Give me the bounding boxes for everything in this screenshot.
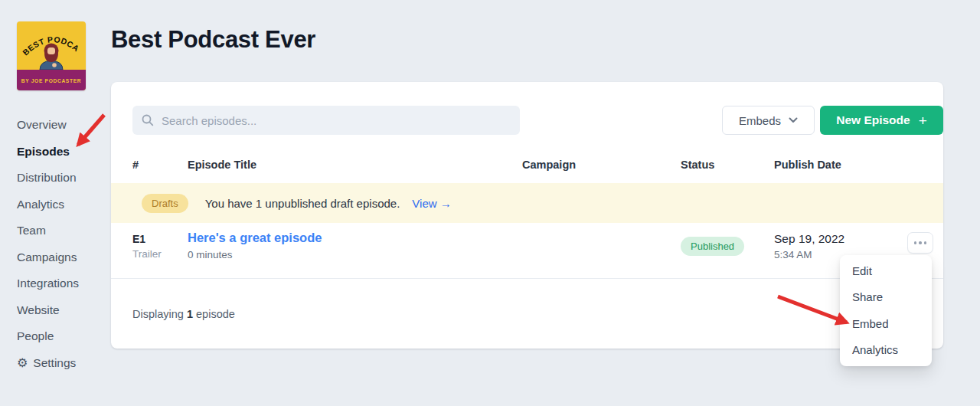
podcast-cover-art[interactable]: BEST PODCAST BY JOE PODCASTER [17, 21, 86, 90]
sidebar-item-episodes[interactable]: Episodes [17, 139, 109, 165]
episode-number-cell: E1 Trailer [132, 233, 162, 260]
publish-date-cell: Sep 19, 2022 5:34 AM [774, 232, 844, 260]
footer-prefix: Displaying [132, 308, 184, 320]
table-header: # Episode Title Campaign Status Publish … [111, 159, 943, 174]
column-campaign: Campaign [522, 159, 576, 171]
episode-title-link[interactable]: Here's a great episode [188, 231, 322, 245]
menu-item-embed[interactable]: Embed [840, 310, 932, 337]
episode-type: Trailer [132, 248, 162, 260]
sidebar-item-settings-label: Settings [33, 356, 76, 370]
publish-time: 5:34 AM [774, 249, 844, 260]
column-episode-title: Episode Title [188, 159, 256, 171]
drafts-banner: Drafts You have 1 unpublished draft epis… [111, 183, 943, 223]
gear-icon: ⚙ [17, 357, 28, 369]
sidebar-item-analytics[interactable]: Analytics [17, 192, 109, 218]
sidebar-item-website[interactable]: Website [17, 297, 109, 324]
new-episode-button[interactable]: New Episode + [820, 106, 943, 135]
sidebar-item-team[interactable]: Team [17, 218, 109, 244]
status-badge: Published [681, 237, 744, 256]
episodes-card: Embeds New Episode + # Episode Title Cam… [111, 82, 943, 349]
episode-actions-menu: Edit Share Embed Analytics [840, 255, 932, 366]
column-status: Status [681, 159, 714, 171]
search-input[interactable] [162, 114, 511, 127]
column-publish-date: Publish Date [774, 159, 841, 171]
footer-count: 1 [187, 308, 193, 320]
column-number: # [132, 159, 139, 171]
sidebar-item-integrations[interactable]: Integrations [17, 270, 109, 297]
row-divider [111, 278, 943, 279]
footer-suffix: episode [196, 308, 235, 320]
search-field[interactable] [132, 106, 520, 135]
logo-band-text: BY JOE PODCASTER [21, 78, 82, 83]
episode-actions-button[interactable] [907, 232, 933, 254]
drafts-view-link[interactable]: View → [412, 197, 451, 210]
drafts-badge: Drafts [142, 194, 188, 213]
sidebar-item-settings[interactable]: ⚙ Settings [17, 350, 109, 377]
sidebar-item-overview[interactable]: Overview [17, 112, 109, 139]
chevron-down-icon [789, 117, 798, 123]
search-icon [142, 114, 154, 126]
menu-item-analytics[interactable]: Analytics [840, 337, 932, 364]
menu-item-edit[interactable]: Edit [840, 257, 932, 284]
podcast-cover-illustration: BEST PODCAST BY JOE PODCASTER [17, 21, 86, 90]
publish-date: Sep 19, 2022 [774, 232, 844, 246]
embeds-button[interactable]: Embeds [722, 106, 815, 135]
sidebar-nav: Overview Episodes Distribution Analytics… [17, 112, 109, 376]
new-episode-button-label: New Episode [836, 113, 910, 127]
page-title: Best Podcast Ever [111, 26, 315, 54]
plus-icon: + [919, 113, 927, 128]
sidebar-item-people[interactable]: People [17, 323, 109, 350]
episode-count-text: Displaying 1 episode [132, 308, 235, 320]
menu-item-share[interactable]: Share [840, 284, 932, 311]
episode-duration: 0 minutes [188, 249, 322, 260]
episode-number: E1 [132, 233, 162, 245]
embeds-button-label: Embeds [739, 114, 781, 127]
ellipsis-icon [914, 241, 927, 244]
drafts-message: You have 1 unpublished draft episode. [205, 197, 400, 210]
episode-title-cell: Here's a great episode 0 minutes [188, 231, 322, 260]
sidebar-item-campaigns[interactable]: Campaigns [17, 244, 109, 271]
sidebar-item-distribution[interactable]: Distribution [17, 165, 109, 192]
